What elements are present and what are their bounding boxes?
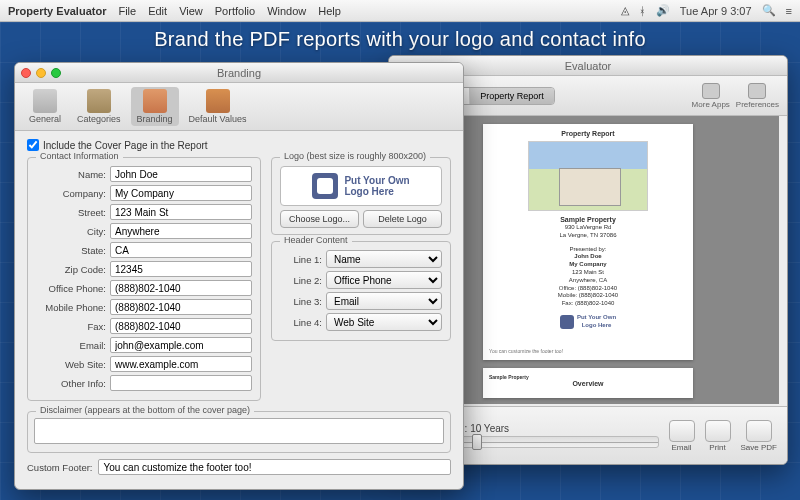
gear-icon [748, 83, 766, 99]
web-label: Web Site: [36, 359, 106, 370]
header-legend: Header Content [280, 235, 352, 245]
presented-by: Presented by: [489, 246, 687, 254]
line1-label: Line 1: [280, 254, 322, 265]
website-field[interactable] [110, 356, 252, 372]
branding-window: Branding General Categories Branding Def… [14, 62, 464, 490]
line3-select[interactable]: Email [326, 292, 442, 310]
line1-select[interactable]: Name [326, 250, 442, 268]
print-button[interactable]: Print [705, 420, 731, 452]
other-label: Other Info: [36, 378, 106, 389]
office-phone-field[interactable] [110, 280, 252, 296]
line2-label: Line 2: [280, 275, 322, 286]
report-logo-text: Put Your Own Logo Here [577, 314, 616, 330]
delete-logo-button[interactable]: Delete Logo [363, 210, 442, 228]
default-values-icon [206, 89, 230, 113]
city-label: City: [36, 226, 106, 237]
company-label: Company: [36, 188, 106, 199]
tab-categories[interactable]: Categories [71, 87, 127, 126]
sample-property-name: Sample Property [489, 215, 687, 224]
volume-icon[interactable]: 🔊 [656, 4, 670, 17]
choose-logo-button[interactable]: Choose Logo... [280, 210, 359, 228]
addr-line-1: 930 LaVergne Rd [489, 224, 687, 232]
mobile-label: Mobile Phone: [36, 302, 106, 313]
wifi-icon[interactable]: ◬ [621, 4, 629, 17]
report-name: John Doe [489, 253, 687, 261]
tab-branding[interactable]: Branding [131, 87, 179, 126]
logo-section: Logo (best size is roughly 800x200) Put … [271, 157, 451, 235]
menubar: Property Evaluator File Edit View Portfo… [0, 0, 800, 22]
custom-footer-field[interactable] [98, 459, 451, 475]
line3-label: Line 3: [280, 296, 322, 307]
tab-default-values[interactable]: Default Values [183, 87, 253, 126]
menu-portfolio[interactable]: Portfolio [215, 5, 255, 17]
state-field[interactable] [110, 242, 252, 258]
email-label: Email: [36, 340, 106, 351]
disclaimer-legend: Disclaimer (appears at the bottom of the… [36, 405, 254, 415]
logo-icon [560, 315, 574, 329]
line4-label: Line 4: [280, 317, 322, 328]
street-field[interactable] [110, 204, 252, 220]
menu-help[interactable]: Help [318, 5, 341, 17]
fax-label: Fax: [36, 321, 106, 332]
front-titlebar[interactable]: Branding [15, 63, 463, 83]
header-content-section: Header Content Line 1:Name Line 2:Office… [271, 241, 451, 341]
front-title: Branding [15, 67, 463, 79]
slider-thumb[interactable] [472, 434, 482, 450]
name-label: Name: [36, 169, 106, 180]
state-label: State: [36, 245, 106, 256]
email-field[interactable] [110, 337, 252, 353]
prefs-toolbar: General Categories Branding Default Valu… [15, 83, 463, 131]
line2-select[interactable]: Office Phone [326, 271, 442, 289]
tab-property-report[interactable]: Property Report [470, 88, 554, 104]
property-photo [528, 141, 648, 211]
menu-window[interactable]: Window [267, 5, 306, 17]
mobile-phone-field[interactable] [110, 299, 252, 315]
disclaimer-textarea[interactable] [34, 418, 444, 444]
logo-legend: Logo (best size is roughly 800x200) [280, 151, 430, 161]
office-label: Office Phone: [36, 283, 106, 294]
logo-text: Put Your Own Logo Here [344, 175, 409, 197]
clock[interactable]: Tue Apr 9 3:07 [680, 5, 752, 17]
logo-preview: Put Your Own Logo Here [280, 166, 442, 206]
report-street: 123 Main St [489, 269, 687, 277]
report-fax: Fax: (888)802-1040 [489, 300, 687, 308]
email-icon [669, 420, 695, 442]
contact-legend: Contact Information [36, 151, 123, 161]
line4-select[interactable]: Web Site [326, 313, 442, 331]
name-field[interactable] [110, 166, 252, 182]
report-page-2: Sample Property Overview [483, 368, 693, 398]
disclaimer-section: Disclaimer (appears at the bottom of the… [27, 411, 451, 453]
report-page-1: Property Report Sample Property 930 LaVe… [483, 124, 693, 360]
logo-icon [312, 173, 338, 199]
street-label: Street: [36, 207, 106, 218]
report-mobile: Mobile: (888)802-1040 [489, 292, 687, 300]
more-apps-button[interactable]: More Apps [692, 83, 730, 109]
other-info-field[interactable] [110, 375, 252, 391]
bluetooth-icon[interactable]: ᚼ [639, 5, 646, 17]
include-cover-checkbox[interactable] [27, 139, 39, 151]
zip-field[interactable] [110, 261, 252, 277]
tab-general[interactable]: General [23, 87, 67, 126]
pdf-icon [746, 420, 772, 442]
report-city: Anywhere, CA [489, 277, 687, 285]
cart-icon [702, 83, 720, 99]
save-pdf-button[interactable]: Save PDF [741, 420, 777, 452]
preferences-button[interactable]: Preferences [736, 83, 779, 109]
menu-view[interactable]: View [179, 5, 203, 17]
print-icon [705, 420, 731, 442]
city-field[interactable] [110, 223, 252, 239]
report-heading: Property Report [489, 130, 687, 137]
custom-footer-label: Custom Footer: [27, 462, 92, 473]
spotlight-icon[interactable]: 🔍 [762, 4, 776, 17]
email-button[interactable]: Email [669, 420, 695, 452]
report-logo: Put Your Own Logo Here [489, 314, 687, 330]
notification-icon[interactable]: ≡ [786, 5, 792, 17]
menu-file[interactable]: File [118, 5, 136, 17]
company-field[interactable] [110, 185, 252, 201]
fax-field[interactable] [110, 318, 252, 334]
report-company: My Company [489, 261, 687, 269]
app-name: Property Evaluator [8, 5, 106, 17]
banner-text: Brand the PDF reports with your logo and… [0, 28, 800, 51]
branding-body: Include the Cover Page in the Report Con… [15, 131, 463, 489]
menu-edit[interactable]: Edit [148, 5, 167, 17]
